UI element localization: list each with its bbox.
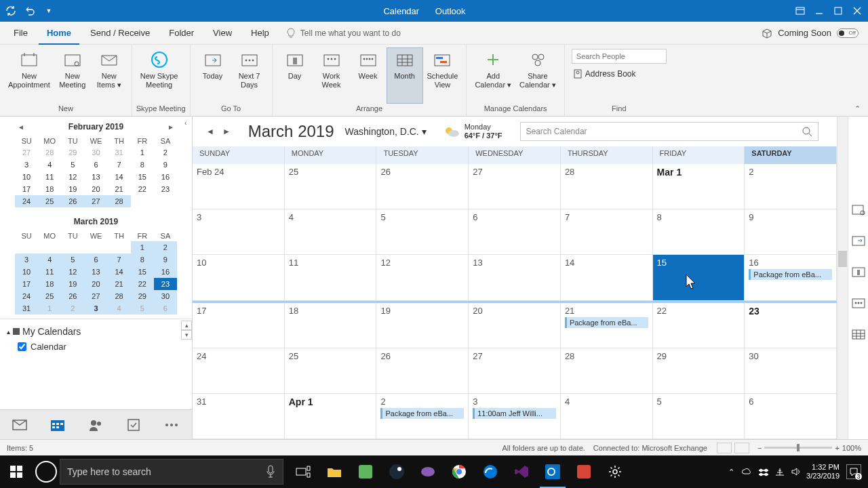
calendar-event[interactable]: Package from eBa... — [749, 269, 832, 280]
peek-appointment-icon[interactable] — [852, 203, 865, 216]
calendar-event[interactable]: Package from eBa... — [565, 317, 648, 328]
address-book-button[interactable]: Address Book — [572, 66, 637, 81]
menu-view[interactable]: View — [205, 22, 240, 45]
calendar-cell[interactable]: 22 — [653, 303, 745, 348]
mini-cal-day[interactable]: 8 — [131, 159, 154, 171]
menu-help[interactable]: Help — [243, 22, 277, 45]
calendar-cell[interactable]: 5 — [653, 394, 745, 439]
mini-cal-day[interactable]: 12 — [61, 171, 84, 183]
dropbox-tray-icon[interactable] — [759, 467, 768, 476]
weather-widget[interactable]: Monday64°F / 37°F — [443, 123, 502, 140]
calendar-cell[interactable]: 5 — [376, 209, 469, 254]
mini-cal-day[interactable]: 13 — [84, 266, 107, 278]
mini-cal-day[interactable]: 23 — [154, 278, 177, 290]
prev-period-icon[interactable]: ◄ — [202, 127, 218, 136]
add-calendar-button[interactable]: AddCalendar ▾ — [471, 47, 515, 104]
more-icon[interactable] — [164, 418, 179, 432]
new-appointment-button[interactable]: NewAppointment — [4, 47, 54, 104]
mini-cal-day[interactable]: 7 — [108, 159, 131, 171]
visual-studio-icon[interactable] — [506, 455, 537, 488]
mini-cal-day[interactable]: 23 — [154, 183, 177, 195]
mini-cal-day[interactable]: 10 — [15, 266, 38, 278]
calendar-cell[interactable]: 21Package from eBa... — [561, 303, 653, 348]
work-week-button[interactable]: WorkWeek — [313, 47, 350, 104]
calendar-cell[interactable]: 7 — [561, 209, 653, 254]
calendar-cell[interactable]: 2 — [745, 164, 837, 209]
ribbon-display-icon[interactable] — [793, 4, 807, 18]
collapse-nav-icon[interactable]: ‹ — [184, 119, 193, 127]
mini-cal-day[interactable]: 25 — [38, 290, 61, 302]
taskbar-search[interactable]: Type here to search — [60, 459, 283, 485]
mini-cal-day[interactable]: 4 — [38, 253, 61, 266]
next-month-icon[interactable]: ► — [167, 123, 174, 131]
mini-cal-day[interactable] — [108, 241, 131, 253]
mini-cal-day[interactable]: 5 — [61, 159, 84, 171]
search-people-input[interactable] — [572, 49, 667, 64]
calendar-cell[interactable]: 4 — [561, 394, 653, 439]
calendar-event[interactable]: Package from eBa... — [380, 408, 464, 419]
menu-folder[interactable]: Folder — [161, 22, 202, 45]
calendar-cell[interactable]: 24 — [193, 348, 285, 393]
edge-icon[interactable] — [475, 455, 506, 488]
mini-cal-day[interactable]: 17 — [15, 183, 38, 195]
week-view-button[interactable]: Week — [350, 47, 387, 104]
mini-cal-day[interactable]: 19 — [61, 278, 84, 290]
mini-cal-day[interactable]: 30 — [84, 146, 107, 159]
calendar-cell[interactable]: 31 — [193, 394, 285, 439]
mini-cal-day[interactable] — [131, 195, 154, 207]
mini-cal-day[interactable]: 16 — [154, 266, 177, 278]
today-button[interactable]: Today — [195, 47, 231, 104]
mini-cal-day[interactable]: 26 — [61, 195, 84, 207]
chrome-icon[interactable] — [443, 455, 475, 488]
skype-meeting-button[interactable]: New SkypeMeeting — [136, 47, 182, 104]
mini-cal-day[interactable]: 24 — [15, 195, 38, 207]
calendar-cell[interactable]: 18 — [285, 303, 377, 348]
next-period-icon[interactable]: ► — [218, 127, 235, 136]
mini-cal-day[interactable]: 14 — [108, 171, 131, 183]
settings-taskbar-icon[interactable] — [599, 455, 631, 488]
mini-cal-day[interactable]: 5 — [131, 302, 154, 314]
calendar-cell[interactable]: 10 — [193, 255, 285, 300]
mini-cal-day[interactable]: 2 — [154, 241, 177, 253]
dropdown-icon[interactable]: ▼ — [42, 4, 56, 18]
menu-send-receive[interactable]: Send / Receive — [82, 22, 158, 45]
calendar-cell[interactable]: Feb 24 — [193, 164, 285, 209]
mini-cal-day[interactable]: 3 — [15, 159, 38, 171]
mini-cal-day[interactable]: 31 — [108, 146, 131, 159]
calendar-cell[interactable]: 6 — [745, 394, 837, 439]
mini-cal-day[interactable] — [15, 241, 38, 253]
calendar-cell[interactable]: 17 — [193, 303, 285, 348]
onedrive-tray-icon[interactable] — [741, 467, 752, 476]
outlook-taskbar-icon[interactable] — [537, 455, 568, 488]
mini-cal-day[interactable] — [84, 241, 107, 253]
calendar-cell[interactable]: 15 — [653, 255, 745, 300]
calendar-cell[interactable]: 8 — [653, 209, 745, 254]
network-tray-icon[interactable] — [775, 467, 785, 476]
mini-cal-day[interactable]: 22 — [131, 278, 154, 290]
calendar-event[interactable]: 11:00am Jeff Willi... — [473, 408, 556, 419]
coming-soon-toggle[interactable]: Off — [837, 28, 859, 38]
refresh-icon[interactable] — [4, 4, 18, 18]
mini-cal-day[interactable]: 28 — [38, 146, 61, 159]
mini-cal-day[interactable]: 2 — [154, 146, 177, 159]
calendar-cell[interactable]: 28 — [561, 348, 653, 393]
calendar-cell[interactable]: 19 — [376, 303, 469, 348]
mini-cal-day[interactable]: 27 — [84, 195, 107, 207]
mini-cal-day[interactable]: 15 — [131, 266, 154, 278]
mini-cal-day[interactable]: 20 — [84, 183, 107, 195]
mini-cal-day[interactable]: 3 — [84, 302, 107, 314]
tray-chevron-icon[interactable]: ⌃ — [728, 468, 734, 476]
minimize-icon[interactable] — [812, 4, 826, 18]
collapse-ribbon-icon[interactable]: ⌃ — [854, 104, 861, 113]
task-view-icon[interactable] — [288, 455, 319, 488]
mini-cal-day[interactable]: 8 — [131, 253, 154, 266]
mini-cal-day[interactable]: 25 — [38, 195, 61, 207]
people-icon[interactable] — [88, 418, 103, 432]
month-view-button[interactable]: Month — [387, 47, 423, 104]
app-green-icon[interactable] — [350, 455, 381, 488]
calendar-cell[interactable]: Apr 1 — [285, 394, 377, 439]
steam-icon[interactable] — [381, 455, 412, 488]
calendar-cell[interactable]: 11 — [285, 255, 377, 300]
calendar-cell[interactable]: 26 — [376, 164, 469, 209]
calendar-cell[interactable]: 27 — [469, 164, 561, 209]
